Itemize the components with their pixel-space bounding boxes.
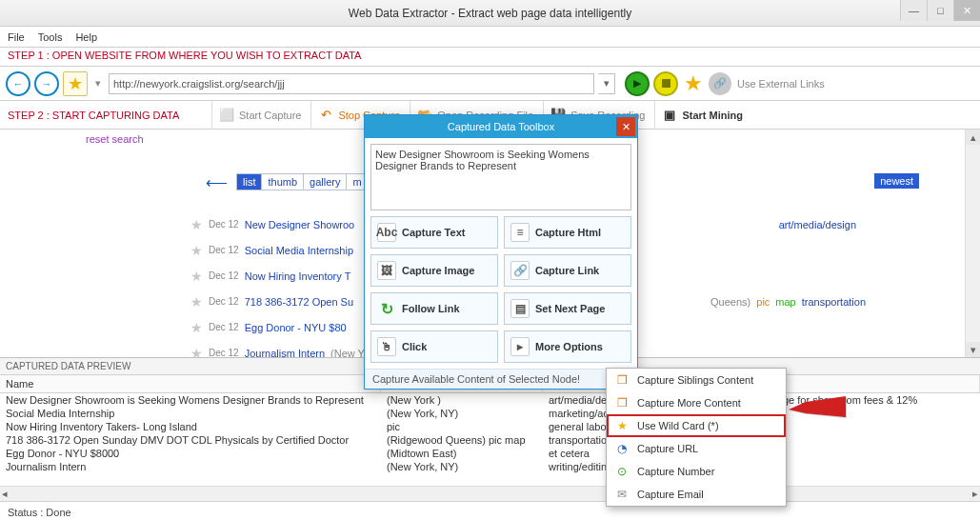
captured-data-toolbox-dialog: Captured Data Toolbox ✕ New Designer Sho… <box>364 114 638 390</box>
pic-tag: pic <box>756 296 770 308</box>
stop-load-button[interactable] <box>653 71 678 96</box>
annotation-arrow <box>789 396 846 427</box>
page-back-arrow[interactable]: ⟵ <box>206 173 228 191</box>
start-mining-button[interactable]: ▣Start Mining <box>654 101 749 130</box>
list-location: (New Y <box>330 348 365 358</box>
capture-siblings-item[interactable]: ❐Capture Siblings Content <box>607 369 786 391</box>
back-button[interactable] <box>6 71 30 96</box>
capture-more-content-item[interactable]: ❐Capture More Content <box>607 391 786 414</box>
more-options-button[interactable]: ▸More Options <box>504 330 631 363</box>
url-input[interactable]: http://newyork.craigslist.org/search/jjj <box>109 73 594 94</box>
status-bar: Status : Done <box>0 501 980 520</box>
vertical-scrollbar[interactable]: ▴ ▾ <box>965 130 980 357</box>
star-icon[interactable]: ★ <box>190 269 203 284</box>
undo-icon: ↶ <box>317 107 334 124</box>
dialog-close-button[interactable]: ✕ <box>616 117 635 136</box>
capture-link-button[interactable]: 🔗Capture Link <box>504 254 631 287</box>
list-category[interactable]: transportation <box>802 296 866 308</box>
html-icon: ≡ <box>510 223 530 242</box>
list-date: Dec 12 <box>209 296 239 307</box>
forward-button[interactable] <box>34 71 59 96</box>
capture-number-item[interactable]: ⊙Capture Number <box>607 460 786 483</box>
start-capture-label: Start Capture <box>239 110 301 121</box>
scroll-up-icon[interactable]: ▴ <box>966 130 980 145</box>
scroll-right-icon[interactable]: ▸ <box>972 488 978 500</box>
list-date: Dec 12 <box>209 348 239 357</box>
start-mining-label: Start Mining <box>682 110 743 121</box>
set-next-page-button[interactable]: ▤Set Next Page <box>504 292 631 325</box>
list-link[interactable]: New Designer Showroo <box>245 219 355 230</box>
link-icon: 🔗 <box>510 261 530 280</box>
dialog-status: Capture Available Content of Selected No… <box>365 369 637 389</box>
scroll-left-icon[interactable]: ◂ <box>2 488 8 500</box>
list-category[interactable]: art/media/design <box>779 219 856 230</box>
step2-label: STEP 2 : START CAPTURING DATA <box>0 110 211 121</box>
list-date: Dec 12 <box>209 245 239 255</box>
view-gallery-tab[interactable]: gallery <box>304 174 347 190</box>
menu-tools[interactable]: Tools <box>38 31 63 43</box>
list-date: Dec 12 <box>209 322 239 332</box>
url-dropdown[interactable]: ▾ <box>598 73 615 94</box>
menubar: File Tools Help <box>0 27 980 48</box>
minimize-button[interactable]: — <box>900 0 927 21</box>
table-row: Egg Donor - NYU $8000(Midtown East)et ce… <box>0 447 980 460</box>
list-date: Dec 12 <box>209 219 239 230</box>
list-link[interactable]: Journalism Intern <box>245 348 325 358</box>
go-button[interactable]: ▶ <box>625 71 650 96</box>
navbar: ★ ▾ http://newyork.craigslist.org/search… <box>0 67 980 101</box>
menu-file[interactable]: File <box>8 31 25 43</box>
number-icon: ⊙ <box>614 464 630 479</box>
map-tag: map <box>775 296 795 308</box>
more-icon: ▸ <box>510 337 530 356</box>
capture-image-button[interactable]: 🖼Capture Image <box>370 254 498 287</box>
bookmark-star-icon[interactable]: ★ <box>684 71 703 96</box>
follow-link-button[interactable]: ↻Follow Link <box>370 292 498 325</box>
record-icon: ⬜ <box>218 107 235 124</box>
star-icon[interactable]: ★ <box>190 294 203 310</box>
list-link[interactable]: Egg Donor - NYU $80 <box>245 322 347 333</box>
capture-html-button[interactable]: ≡Capture Html <box>504 216 631 249</box>
click-button[interactable]: 🖱Click <box>370 330 498 363</box>
star-icon[interactable]: ★ <box>190 243 203 258</box>
arrow-left-icon <box>13 78 24 90</box>
list-link[interactable]: Social Media Internship <box>245 245 353 256</box>
external-links-icon: 🔗 <box>709 72 731 95</box>
close-button[interactable]: ✕ <box>953 0 980 21</box>
more-options-menu: ❐Capture Siblings Content ❐Capture More … <box>606 368 787 507</box>
capture-text-button[interactable]: AbcCapture Text <box>370 216 498 249</box>
list-link[interactable]: Now Hiring Inventory T <box>245 270 351 282</box>
start-capture-button[interactable]: ⬜Start Capture <box>211 101 307 130</box>
use-wild-card-item[interactable]: ★Use Wild Card (*) <box>607 414 786 437</box>
window-title: Web Data Extractor - Extract web page da… <box>349 7 631 20</box>
view-thumb-tab[interactable]: thumb <box>262 174 304 190</box>
favorites-button[interactable]: ★ <box>63 71 88 96</box>
step1-label: STEP 1 : OPEN WEBSITE FROM WHERE YOU WIS… <box>0 48 980 67</box>
reset-search-link[interactable]: reset search <box>86 133 144 145</box>
horizontal-scrollbar[interactable]: ◂▸ <box>0 486 980 501</box>
star-icon[interactable]: ★ <box>190 217 203 232</box>
capture-url-item[interactable]: ◔Capture URL <box>607 437 786 460</box>
dialog-preview-text[interactable]: New Designer Showroom is Seeking Womens … <box>370 144 631 210</box>
menu-help[interactable]: Help <box>75 31 97 43</box>
more-content-icon: ❐ <box>614 395 630 410</box>
table-row: 718 386-3172 Open Sunday DMV DOT CDL Phy… <box>0 433 980 447</box>
capture-email-item[interactable]: ✉Capture Email <box>607 483 786 506</box>
view-list-tab[interactable]: list <box>237 174 262 190</box>
col-name[interactable]: Name <box>0 375 381 392</box>
star-icon[interactable]: ★ <box>190 346 203 358</box>
view-tabs: list thumb gallery m <box>236 173 369 190</box>
titlebar: Web Data Extractor - Extract web page da… <box>0 0 980 27</box>
list-link[interactable]: 718 386-3172 Open Su <box>245 296 353 308</box>
cursor-icon: 🖱 <box>377 337 396 356</box>
favorites-dropdown[interactable]: ▾ <box>91 77 105 90</box>
image-icon: 🖼 <box>377 261 396 280</box>
star-icon: ★ <box>614 418 630 433</box>
maximize-button[interactable]: □ <box>927 0 953 21</box>
arrow-right-icon <box>42 78 52 90</box>
scroll-down-icon[interactable]: ▾ <box>966 342 980 357</box>
external-links-label: Use External Links <box>737 78 825 90</box>
sort-newest[interactable]: newest <box>874 173 919 189</box>
list-date: Dec 12 <box>209 270 239 281</box>
list-location: Queens) <box>710 296 750 308</box>
star-icon[interactable]: ★ <box>190 320 203 335</box>
